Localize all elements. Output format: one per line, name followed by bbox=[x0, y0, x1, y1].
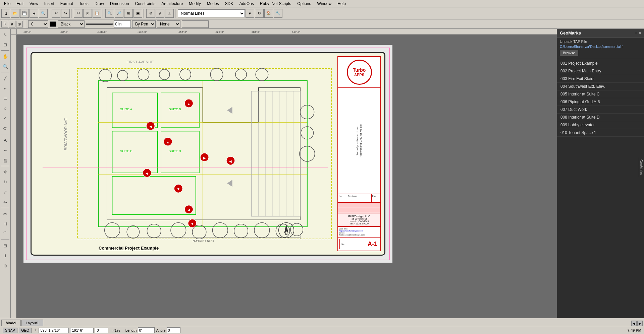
zoom-window-button[interactable]: ▣ bbox=[133, 9, 142, 18]
zoom-all-button[interactable]: ⊞ bbox=[124, 9, 133, 18]
text-tool[interactable]: A bbox=[1, 135, 10, 145]
geomarks-minimize-button[interactable]: − bbox=[635, 30, 638, 36]
length-input[interactable] bbox=[138, 327, 155, 333]
open-button[interactable]: 📂 bbox=[11, 9, 19, 18]
tool-icon3[interactable]: 🔧 bbox=[274, 9, 282, 18]
menu-format[interactable]: Format bbox=[58, 1, 76, 7]
hatch-tool[interactable]: ▨ bbox=[1, 155, 10, 165]
fill-dropdown[interactable]: None bbox=[157, 20, 180, 28]
undo-button[interactable]: ↩ bbox=[52, 9, 60, 18]
svg-rect-21 bbox=[252, 91, 300, 216]
menu-edit[interactable]: Edit bbox=[14, 1, 26, 7]
save-button[interactable]: 💾 bbox=[20, 9, 29, 18]
geomark-item-005[interactable]: 005 Interior at Suite C bbox=[557, 90, 644, 98]
canvas-area[interactable]: -64'-0" -64'-0" -128'-0" -192'-0" -256'-… bbox=[11, 29, 557, 318]
geomark-item-003[interactable]: 003 Fire Exit Stairs bbox=[557, 75, 644, 83]
zoom-in-button[interactable]: 🔍 bbox=[105, 9, 114, 18]
new-button[interactable]: 🗋 bbox=[1, 9, 10, 18]
tab-model[interactable]: Model bbox=[1, 320, 21, 326]
menu-ruby[interactable]: Ruby .Net Scripts bbox=[257, 1, 294, 7]
menu-insert[interactable]: Insert bbox=[42, 1, 57, 7]
linetype-settings-button[interactable]: ▼ bbox=[246, 9, 254, 18]
copy-button[interactable]: ⎘ bbox=[83, 9, 92, 18]
move-tool[interactable]: ✥ bbox=[1, 167, 10, 177]
menu-dimension[interactable]: Dimension bbox=[107, 1, 132, 7]
geomark-item-007[interactable]: 007 Duct Work bbox=[557, 106, 644, 114]
ellipse-tool[interactable]: ⬭ bbox=[1, 124, 10, 133]
polar-mode-button[interactable]: ◎ bbox=[16, 21, 23, 27]
drawing-viewport[interactable]: FIRST AVENUE BRIARWOOD AVE bbox=[17, 35, 557, 318]
snap-mode-button[interactable]: ⊕ bbox=[1, 21, 8, 27]
scroll-left-button[interactable]: ◀ bbox=[631, 321, 637, 326]
snap-settings-tool[interactable]: ⊕ bbox=[1, 261, 10, 270]
menu-tools[interactable]: Tools bbox=[76, 1, 91, 7]
snap-button[interactable]: ⊕ bbox=[146, 9, 155, 18]
geomark-item-008[interactable]: 008 Interior at Suite D bbox=[557, 114, 644, 121]
svg-point-44 bbox=[212, 223, 228, 238]
scale-tool[interactable]: ⤢ bbox=[1, 187, 10, 197]
circle-tool[interactable]: ○ bbox=[1, 104, 10, 113]
menu-modify[interactable]: Modify bbox=[186, 1, 203, 7]
color-swatch[interactable] bbox=[50, 21, 56, 27]
ortho-button[interactable]: ⊥ bbox=[165, 9, 174, 18]
trim-tool[interactable]: ✂ bbox=[1, 209, 10, 218]
menu-architecture[interactable]: Architecture bbox=[159, 1, 185, 7]
cut-button[interactable]: ✂ bbox=[74, 9, 83, 18]
print-preview-button[interactable]: 🔍 bbox=[39, 9, 48, 18]
geomark-item-001[interactable]: 001 Project Example bbox=[557, 60, 644, 67]
select-box-tool[interactable]: ⊡ bbox=[1, 40, 10, 49]
menu-constraints[interactable]: Constraints bbox=[132, 1, 158, 7]
extra-dropdown[interactable] bbox=[182, 20, 209, 28]
line-tool[interactable]: ╱ bbox=[1, 73, 10, 83]
extend-tool[interactable]: ⊣ bbox=[1, 219, 10, 228]
rotate-tool[interactable]: ↻ bbox=[1, 177, 10, 187]
grid-mode-button[interactable]: # bbox=[9, 21, 15, 27]
menu-file[interactable]: File bbox=[1, 1, 13, 7]
geomarks-close-button[interactable]: × bbox=[639, 30, 641, 36]
fillet-tool[interactable]: ⌒ bbox=[1, 229, 10, 239]
geomark-item-004[interactable]: 004 Southwest Ext. Elev. bbox=[557, 83, 644, 90]
grid-button[interactable]: # bbox=[156, 9, 164, 18]
rectangle-tool[interactable]: ▭ bbox=[1, 93, 10, 103]
layer-manager-tool[interactable]: ⊞ bbox=[1, 241, 10, 250]
snap-button[interactable]: SNAP bbox=[3, 328, 17, 333]
linetype-dropdown[interactable]: Normal Lines bbox=[178, 9, 245, 17]
menu-options[interactable]: Options bbox=[294, 1, 314, 7]
menu-modes[interactable]: Modes bbox=[204, 1, 222, 7]
geo-button[interactable]: GEO bbox=[19, 328, 32, 333]
angle-input[interactable] bbox=[167, 327, 180, 333]
geomark-item-006[interactable]: 006 Piping at Grid A-6 bbox=[557, 98, 644, 106]
menu-window[interactable]: Window bbox=[314, 1, 334, 7]
zoom-tool[interactable]: 🔍 bbox=[1, 62, 10, 71]
menu-sdk[interactable]: SDK bbox=[222, 1, 236, 7]
geomark-item-002[interactable]: 002 Project Main Entry bbox=[557, 67, 644, 75]
tab-layout1[interactable]: Layout1 bbox=[21, 320, 43, 326]
geomark-item-009[interactable]: 009 Lobby elevator bbox=[557, 121, 644, 129]
polyline-tool[interactable]: ⌐ bbox=[1, 83, 10, 93]
menu-draw[interactable]: Draw bbox=[92, 1, 107, 7]
layer-dropdown[interactable]: 0 bbox=[28, 20, 48, 28]
browse-button[interactable]: Browse bbox=[560, 50, 578, 56]
paste-button[interactable]: 📋 bbox=[93, 9, 101, 18]
redo-button[interactable]: ↪ bbox=[61, 9, 70, 18]
lineweight-input[interactable] bbox=[114, 20, 131, 28]
menu-view[interactable]: View bbox=[27, 1, 41, 7]
menu-help[interactable]: Help bbox=[335, 1, 348, 7]
dimension-tool[interactable]: ↔ bbox=[1, 145, 10, 155]
arc-tool[interactable]: ◜ bbox=[1, 114, 10, 123]
mirror-tool[interactable]: ⇔ bbox=[1, 197, 10, 207]
color-dropdown[interactable]: Black bbox=[58, 20, 85, 28]
email-addr: TurboApps@imsidesign.com bbox=[339, 234, 379, 236]
tool-icon1[interactable]: ⚙ bbox=[255, 9, 264, 18]
zoom-out-button[interactable]: 🔎 bbox=[115, 9, 123, 18]
geomark-item-010[interactable]: 010 Tenant Space 1 bbox=[557, 129, 644, 137]
menu-addons[interactable]: AddOns bbox=[236, 1, 256, 7]
pan-tool[interactable]: ✋ bbox=[1, 52, 10, 61]
print-button[interactable]: 🖨 bbox=[30, 9, 38, 18]
geomarks-side-tab[interactable]: GeoMarks bbox=[638, 157, 644, 177]
scroll-right-button[interactable]: ▶ bbox=[637, 321, 643, 326]
properties-tool[interactable]: ℹ bbox=[1, 251, 10, 260]
select-tool[interactable]: ↖ bbox=[1, 30, 10, 39]
pen-dropdown[interactable]: By Pen bbox=[132, 20, 156, 28]
tool-icon2[interactable]: 🏠 bbox=[264, 9, 273, 18]
